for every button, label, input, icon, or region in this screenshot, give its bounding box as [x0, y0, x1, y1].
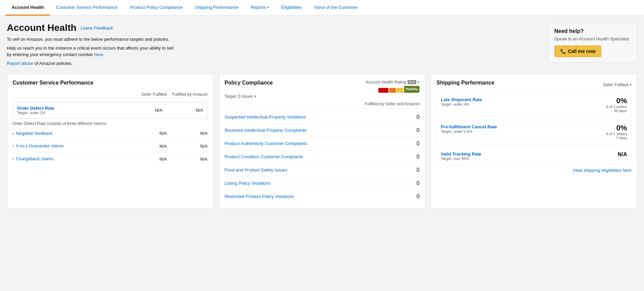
nav-item-eligibilities[interactable]: Eligibilities	[275, 0, 308, 16]
negative-feedback-link[interactable]: Negative feedback	[16, 131, 53, 137]
view-eligibilities-link[interactable]: View shipping eligibilities here	[436, 168, 631, 173]
phone-icon: 📞	[560, 49, 566, 54]
negative-feedback-label: • Negative feedback	[13, 131, 126, 137]
listing-policy-link[interactable]: Listing Policy Violations	[225, 181, 271, 186]
received-ip-complaints-link[interactable]: Received Intellectual Property Complaint…	[225, 128, 306, 133]
policy-header: Policy Compliance Account Health Rating …	[225, 80, 420, 93]
ahr-segment-yellow	[397, 88, 403, 93]
policy-rows: Suspected Intellectual Property Violatio…	[225, 111, 420, 203]
policy-row-5: Listing Policy Violations 0	[225, 177, 420, 190]
valid-tracking-top: Valid Tracking Rate Target: over 95% N/A	[441, 151, 627, 161]
product-authenticity-link[interactable]: Product Authenticity Customer Complaints	[225, 141, 307, 146]
policy-row-2: Product Authenticity Customer Complaints…	[225, 137, 420, 150]
bullet-icon: •	[13, 157, 14, 161]
defect-rate-description: Order Defect Rate consists of three diff…	[13, 121, 208, 126]
shipping-header: Shipping Performance Seller Fulfilled ▾	[436, 80, 631, 90]
late-shipment-sub2: 30 days	[606, 109, 627, 113]
chevron-down-icon: ▾	[418, 80, 419, 84]
late-shipment-link[interactable]: Late Shipment Rate	[441, 97, 482, 102]
atoz-val2: N/A	[167, 144, 208, 149]
need-help-description: Speak to an Account Health Specialist.	[554, 36, 630, 41]
valid-tracking-value-col: N/A	[618, 151, 627, 158]
prefulfillment-label-col: Pre-fulfillment Cancel Rate Target: unde…	[441, 124, 497, 133]
call-me-button[interactable]: 📞 Call me now	[554, 46, 602, 57]
policy-row-0: Suspected Intellectual Property Violatio…	[225, 111, 420, 124]
chevron-down-icon: ▾	[267, 5, 269, 9]
chargeback-link[interactable]: Chargeback claims	[16, 156, 54, 162]
nav-item-account-health[interactable]: Account Health	[5, 0, 50, 16]
negative-feedback-val2: N/A	[167, 131, 208, 136]
metrics-list: • Negative feedback N/A N/A • A-to-z Gua…	[13, 127, 208, 166]
order-defect-target: Target: under 1%	[17, 111, 122, 115]
metric-row-chargeback: • Chargeback claims N/A N/A	[13, 153, 208, 165]
beta-badge: Beta	[408, 80, 417, 84]
nav-item-shipping[interactable]: Shipping Performance	[189, 0, 245, 16]
valid-tracking-target: Target: over 95%	[441, 157, 481, 161]
csp-header-row: Seller Fulfilled Fulfilled by Amazon	[13, 90, 208, 99]
product-condition-link[interactable]: Product Condition Customer Complaints	[225, 154, 303, 159]
policy-compliance-card: Policy Compliance Account Health Rating …	[219, 74, 425, 209]
ahr-bar: Healthy	[378, 86, 419, 93]
atoz-val1: N/A	[126, 144, 167, 149]
customer-service-title: Customer Service Performance	[13, 80, 208, 86]
prefulfillment-box: Pre-fulfillment Cancel Rate Target: unde…	[436, 120, 631, 144]
prefulfillment-sub1: 0 of 1 orders	[606, 132, 627, 136]
prefulfillment-value-col: 0% 0 of 1 orders 7 days	[606, 124, 627, 140]
nav-item-product-policy[interactable]: Product Policy Compliance	[124, 0, 189, 16]
here-link[interactable]: here	[94, 52, 103, 57]
policy-row-1: Received Intellectual Property Complaint…	[225, 124, 420, 137]
nav-bar: Account Health Customer Service Performa…	[0, 0, 644, 16]
chargeback-label: • Chargeback claims	[13, 156, 126, 162]
prefulfillment-pct: 0%	[606, 124, 627, 132]
atoz-link[interactable]: A-to-z Guarantee claims	[16, 143, 63, 149]
late-shipment-label-col: Late Shipment Rate Target: under 4%	[441, 97, 482, 106]
page-title: Account Health	[7, 22, 76, 33]
chevron-down-icon: ▾	[630, 83, 631, 87]
restricted-product-count: 0	[416, 194, 419, 200]
leave-feedback-link[interactable]: Leave Feedback	[80, 25, 113, 31]
late-shipment-pct: 0%	[606, 97, 627, 105]
negative-feedback-val1: N/A	[126, 131, 167, 136]
need-help-title: Need help?	[554, 28, 630, 34]
ahr-label-row[interactable]: Account Health Rating Beta ▾	[365, 80, 419, 85]
header-description-line2: Help us reach you in the instance a crit…	[7, 45, 176, 58]
policy-target[interactable]: Target: 0 Issues ▾	[225, 94, 420, 99]
bullet-icon: •	[13, 131, 14, 135]
product-authenticity-count: 0	[416, 141, 419, 147]
prefulfillment-link[interactable]: Pre-fulfillment Cancel Rate	[441, 124, 497, 129]
late-shipment-value-col: 0% 0 of 1 orders 30 days	[606, 97, 627, 113]
order-defect-val1: N/A	[122, 108, 163, 113]
shipping-title: Shipping Performance	[436, 80, 494, 86]
ahr-segment-red	[378, 88, 389, 93]
valid-tracking-box: Valid Tracking Rate Target: over 95% N/A	[436, 147, 631, 165]
nav-item-customer-service[interactable]: Customer Service Performance	[50, 0, 124, 16]
suspected-ip-violations-link[interactable]: Suspected Intellectual Property Violatio…	[225, 114, 306, 120]
prefulfillment-sub2: 7 days	[606, 136, 627, 140]
policy-title: Policy Compliance	[225, 80, 273, 86]
shipping-dropdown[interactable]: Seller Fulfilled ▾	[603, 83, 631, 87]
chevron-down-icon: ▾	[254, 94, 256, 98]
valid-tracking-link[interactable]: Valid Tracking Rate	[441, 151, 481, 157]
policy-row-4: Food and Product Safety Issues 0	[225, 164, 420, 177]
restricted-product-link[interactable]: Restricted Product Policy Violations	[225, 194, 294, 199]
metric-row-atoz: • A-to-z Guarantee claims N/A N/A	[13, 140, 208, 153]
three-col-layout: Customer Service Performance Seller Fulf…	[7, 74, 637, 209]
metric-row-negative-feedback: • Negative feedback N/A N/A	[13, 127, 208, 140]
report-abuse-link[interactable]: Report abuse	[7, 61, 33, 66]
fulfilled-label: Fulfilled by Seller and Amazon	[225, 102, 420, 109]
order-defect-rate-link[interactable]: Order Defect Rate	[17, 106, 122, 111]
nav-item-reports[interactable]: Reports ▾	[245, 0, 276, 16]
order-defect-row: Order Defect Rate Target: under 1% N/A N…	[17, 106, 203, 115]
suspected-ip-count: 0	[416, 114, 419, 120]
need-help-box: Need help? Speak to an Account Health Sp…	[547, 22, 637, 63]
policy-row-6: Restricted Product Policy Violations 0	[225, 190, 420, 203]
policy-row-3: Product Condition Customer Complaints 0	[225, 150, 420, 164]
valid-tracking-label-col: Valid Tracking Rate Target: over 95%	[441, 151, 481, 161]
food-safety-link[interactable]: Food and Product Safety Issues	[225, 167, 287, 172]
atoz-label: • A-to-z Guarantee claims	[13, 143, 126, 149]
chargeback-val2: N/A	[167, 157, 208, 162]
shipping-performance-card: Shipping Performance Seller Fulfilled ▾ …	[431, 74, 637, 209]
listing-policy-count: 0	[416, 180, 419, 186]
bullet-icon: •	[13, 144, 14, 148]
nav-item-voice[interactable]: Voice of the Customer	[308, 0, 364, 16]
